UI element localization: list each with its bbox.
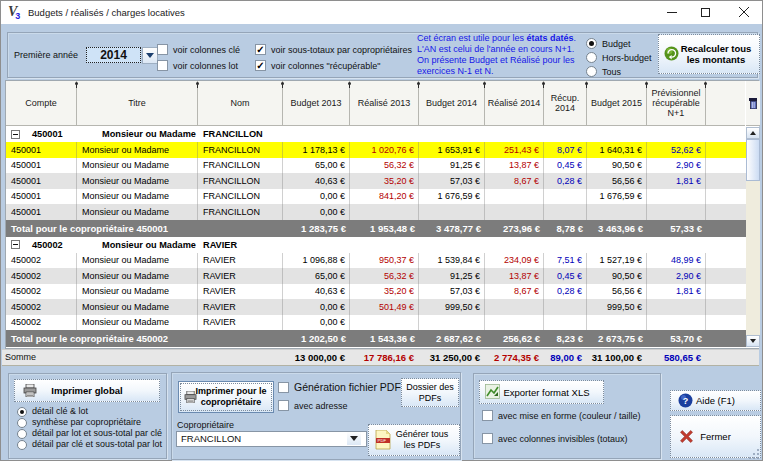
- cell: RAVIER: [198, 253, 283, 269]
- cell: 57,33 €: [647, 220, 706, 237]
- checkbox-colonnes-invisibles[interactable]: [482, 433, 493, 444]
- table-row[interactable]: 450002Monsieur ou MadameRAVIER1 096,88 €…: [6, 253, 746, 269]
- checkbox-generation-pdf-label: Génération fichier PDF: [294, 381, 401, 393]
- table-row[interactable]: 450002Monsieur ou MadameRAVIER65,00 €56,…: [6, 268, 746, 284]
- print-mode-radio-label: détail clé & lot: [32, 406, 88, 416]
- column-header[interactable]: PrévisionnelrécupérableN+1: [647, 81, 706, 126]
- cell: FRANCILLON: [198, 204, 283, 220]
- checkbox-recuperable[interactable]: [255, 60, 266, 71]
- cell: [419, 204, 485, 220]
- table-row[interactable]: 450002Monsieur ou MadameRAVIER0,00 €: [6, 315, 746, 331]
- column-header[interactable]: Compte: [6, 81, 77, 126]
- checkbox-voir-colonnes-cle-label: voir colonnes clé: [173, 45, 240, 55]
- radio-tous-label: Tous: [602, 67, 621, 77]
- print-mode-radio[interactable]: [17, 407, 27, 417]
- generate-pdfs-button[interactable]: PDFGénérer tousles PDFs: [368, 424, 460, 456]
- print-mode-radio[interactable]: [17, 418, 27, 428]
- print-copro-button[interactable]: Imprimer pour lecopropriétaire: [178, 381, 274, 413]
- cell: 841,20 €: [350, 189, 419, 205]
- year-select-arrow[interactable]: [142, 47, 158, 64]
- collapse-icon[interactable]: [11, 240, 20, 249]
- table-row[interactable]: 450001Monsieur ou MadameFRANCILLON1 178,…: [6, 142, 746, 158]
- first-year-label: Première année: [14, 50, 78, 60]
- table-row[interactable]: 450001Monsieur ou MadameFRANCILLON0,00 €…: [6, 189, 746, 205]
- cell: RAVIER: [198, 315, 283, 331]
- cell: [647, 315, 706, 331]
- radio-budget[interactable]: [586, 38, 597, 49]
- checkbox-voir-colonnes-cle[interactable]: [157, 44, 168, 55]
- cell: 90,50 €: [587, 268, 647, 284]
- print-global-button[interactable]: Imprimer global: [14, 379, 160, 402]
- checkbox-mise-en-forme[interactable]: [482, 410, 493, 421]
- print-mode-radio-label: détail par lot et sous-total par clé: [32, 428, 162, 438]
- column-pin-icon: [195, 82, 200, 88]
- group-header-row[interactable]: 450001Monsieur ou MadameFRANCILLON: [6, 126, 746, 142]
- cell: Monsieur ou Madame: [77, 189, 198, 205]
- column-pin-icon: [416, 82, 421, 88]
- checkbox-recuperable-label: voir colonnes "récupérable": [271, 61, 380, 71]
- window-title: Budgets / réalisés / charges locatives: [28, 7, 185, 18]
- cell: Monsieur ou Madame: [77, 284, 198, 300]
- table-row[interactable]: 450002Monsieur ou MadameRAVIER0,00 €501,…: [6, 299, 746, 315]
- copro-select[interactable]: FRANCILLON: [176, 431, 367, 447]
- table-row[interactable]: 450001Monsieur ou MadameFRANCILLON65,00 …: [6, 158, 746, 174]
- radio-hors-budget[interactable]: [586, 52, 597, 63]
- group-title: Monsieur ou Madame: [102, 129, 196, 139]
- copro-select-arrow[interactable]: [347, 432, 361, 445]
- chevron-down-icon: [146, 53, 154, 58]
- sum-cell: 31 100,00 €: [586, 350, 646, 365]
- recalculate-icon: [664, 46, 679, 61]
- group-total-label: Total pour le copropriétaire 450001: [6, 220, 283, 237]
- scrollbar-thumb[interactable]: [746, 139, 760, 181]
- group-name: RAVIER: [203, 240, 237, 250]
- maximize-button[interactable]: [690, 1, 720, 23]
- table-row[interactable]: 450001Monsieur ou MadameFRANCILLON40,63 …: [6, 173, 746, 189]
- table-row[interactable]: 450002Monsieur ou MadameRAVIER40,63 €35,…: [6, 284, 746, 300]
- vertical-scrollbar[interactable]: [746, 127, 760, 347]
- arrow-down-icon: [750, 339, 756, 343]
- checkbox-generation-pdf[interactable]: [278, 382, 289, 393]
- column-pin-icon: [482, 82, 487, 88]
- checkbox-voir-colonnes-lot[interactable]: [157, 60, 168, 71]
- print-mode-radio[interactable]: [17, 440, 27, 450]
- year-select[interactable]: 2014: [86, 47, 141, 63]
- cell: 1 543,36 €: [350, 330, 419, 347]
- column-header[interactable]: Réalisé 2013: [350, 81, 419, 126]
- column-header[interactable]: Budget 2015: [587, 81, 647, 126]
- sum-label: Somme: [5, 352, 36, 362]
- cell: [544, 315, 587, 331]
- cell: [647, 204, 706, 220]
- column-header[interactable]: Budget 2013: [283, 81, 350, 126]
- column-pin-icon: [74, 82, 79, 88]
- collapse-icon[interactable]: [11, 130, 20, 139]
- export-xls-button[interactable]: Exporter format XLS: [479, 380, 604, 404]
- minimize-button[interactable]: [657, 1, 687, 23]
- group-account: 450002: [32, 240, 63, 250]
- checkbox-sous-totaux[interactable]: [255, 44, 266, 55]
- radio-tous[interactable]: [586, 66, 597, 77]
- close-button[interactable]: [729, 1, 759, 23]
- app-logo-icon: V3: [8, 4, 24, 20]
- column-header[interactable]: Titre: [77, 81, 198, 126]
- pdf-folder-button[interactable]: Dossier desPDFs: [401, 378, 459, 407]
- column-header[interactable]: Réalisé 2014: [485, 81, 544, 126]
- cell: 0,00 €: [283, 315, 350, 331]
- cell: 8,23 €: [544, 330, 587, 347]
- cell: 450001: [6, 142, 77, 158]
- checkbox-avec-adresse[interactable]: [278, 400, 289, 411]
- column-pin-icon: [541, 82, 546, 88]
- scroll-down-button[interactable]: [746, 335, 760, 347]
- group-header-row[interactable]: 450002Monsieur ou MadameRAVIER: [6, 237, 746, 253]
- sum-cell: 580,65 €: [646, 350, 705, 365]
- column-header[interactable]: Budget 2014: [419, 81, 485, 126]
- scroll-up-button[interactable]: [746, 127, 760, 139]
- cell: 1 676,59 €: [587, 189, 647, 205]
- print-mode-radio[interactable]: [17, 429, 27, 439]
- trash-icon[interactable]: [748, 95, 758, 106]
- column-header[interactable]: Récup.2014: [544, 81, 587, 126]
- resize-grip[interactable]: [748, 446, 760, 458]
- column-header[interactable]: Nom: [198, 81, 283, 126]
- table-row[interactable]: 450001Monsieur ou MadameFRANCILLON0,00 €: [6, 204, 746, 220]
- cell: [544, 189, 587, 205]
- help-button[interactable]: ?Aide (F1): [670, 390, 761, 411]
